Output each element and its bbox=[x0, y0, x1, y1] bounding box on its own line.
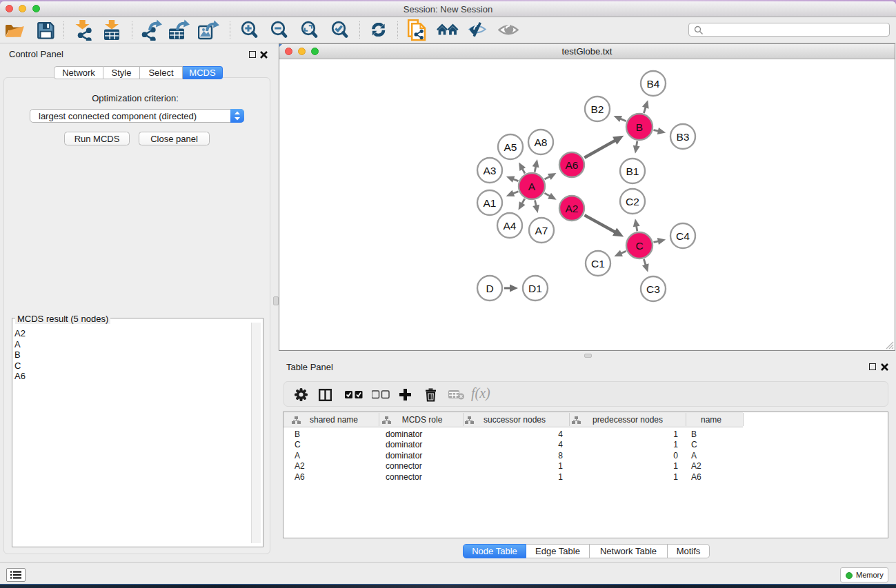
svg-text:A8: A8 bbox=[535, 136, 548, 148]
svg-text:A2: A2 bbox=[566, 203, 579, 214]
svg-text:D: D bbox=[486, 283, 493, 294]
svg-text:B4: B4 bbox=[647, 78, 660, 90]
svg-text:A7: A7 bbox=[535, 225, 548, 236]
svg-text:A5: A5 bbox=[504, 141, 517, 153]
svg-text:C1: C1 bbox=[591, 258, 605, 270]
svg-text:A3: A3 bbox=[484, 165, 497, 176]
svg-text:C3: C3 bbox=[646, 283, 660, 295]
svg-text:A1: A1 bbox=[484, 197, 497, 209]
svg-text:A: A bbox=[528, 181, 536, 192]
svg-text:B1: B1 bbox=[626, 165, 639, 177]
svg-text:D1: D1 bbox=[528, 283, 542, 294]
svg-text:B3: B3 bbox=[677, 131, 690, 143]
svg-text:B2: B2 bbox=[591, 103, 604, 115]
svg-text:B: B bbox=[636, 121, 643, 133]
svg-text:C: C bbox=[635, 240, 643, 252]
svg-text:A4: A4 bbox=[504, 220, 517, 232]
svg-text:A6: A6 bbox=[566, 159, 579, 171]
svg-text:C2: C2 bbox=[626, 196, 639, 207]
svg-text:C4: C4 bbox=[676, 230, 690, 242]
